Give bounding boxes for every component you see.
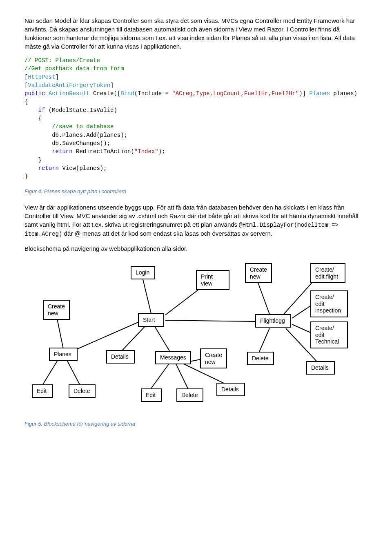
- code-block-create-action: // POST: Planes/Create //Get postback da…: [24, 56, 368, 181]
- node-delete-mid: Delete: [247, 352, 274, 365]
- code-text: (ModelState.IsValid): [45, 107, 117, 114]
- node-details-right: Details: [306, 361, 335, 375]
- svg-line-13: [43, 361, 57, 384]
- code-type: Bind: [120, 90, 134, 97]
- paragraph-1: När sedan Model är klar skapas Controlle…: [24, 16, 368, 51]
- figure-5-caption: Figur 5. Blockschema för navigering av s…: [24, 420, 368, 428]
- code-text: ]: [56, 74, 59, 80]
- node-delete-bottom-mid: Delete: [176, 388, 203, 402]
- code-text: Create([: [90, 90, 121, 97]
- code-text: View(planes);: [59, 165, 107, 172]
- code-text: ]: [110, 82, 114, 89]
- svg-line-12: [57, 319, 63, 349]
- node-create-edit-technical: Create/ edit Technical: [310, 321, 348, 348]
- code-type: Planes: [309, 90, 330, 97]
- paragraph-2-text-b: där @ menas att det är kod som endast sk…: [62, 230, 272, 237]
- svg-line-0: [143, 279, 151, 313]
- figure-4-caption: Figur 4. Planes skapa nytt plan i contro…: [24, 188, 368, 195]
- code-keyword: public: [24, 90, 45, 97]
- node-create-edit-inspection: Create/ edit inspection: [310, 290, 348, 317]
- code-type: ActionResult: [49, 90, 90, 97]
- code-type: ValidateAntiForgeryToken: [28, 82, 110, 89]
- code-text: {: [24, 115, 42, 122]
- code-keyword: if: [24, 107, 45, 114]
- code-text: );: [158, 148, 165, 155]
- node-edit-bottom-left: Edit: [32, 384, 53, 398]
- code-string: "Index": [134, 148, 158, 155]
- node-create-new-mid: Create new: [200, 348, 227, 369]
- code-text: }: [24, 173, 28, 180]
- code-comment: //Get postback data from form: [24, 65, 124, 72]
- node-planes: Planes: [49, 348, 78, 361]
- node-print-view: Print view: [196, 270, 229, 290]
- svg-line-16: [176, 363, 188, 388]
- svg-line-10: [259, 328, 270, 352]
- code-keyword: return: [24, 148, 73, 155]
- node-delete-bottom-left: Delete: [69, 384, 96, 398]
- svg-line-15: [151, 363, 169, 388]
- svg-line-14: [67, 361, 80, 384]
- svg-line-5: [165, 320, 255, 321]
- node-start: Start: [138, 313, 164, 327]
- code-keyword: return: [24, 165, 59, 172]
- node-edit-bottom-mid: Edit: [141, 388, 162, 402]
- node-login: Login: [131, 266, 155, 279]
- navigation-block-diagram: Login Print view Create new Create/ edit…: [24, 261, 359, 416]
- node-create-new-left: Create new: [43, 300, 70, 320]
- svg-line-4: [155, 327, 169, 351]
- code-text: [45, 90, 48, 97]
- node-details-bottom-mid: Details: [216, 383, 245, 396]
- code-type: HttpPost: [28, 74, 55, 80]
- code-text: db.SaveChanges();: [24, 140, 110, 147]
- code-text: )]: [299, 90, 309, 97]
- svg-line-9: [292, 324, 310, 332]
- paragraph-2: View är där applikationens utseende bygg…: [24, 203, 368, 239]
- node-create-edit-flight: Create/ edit flight: [310, 263, 345, 283]
- code-string: "ACreg,Type,LogCount,Fuel1Hr,Fuel2Hr": [172, 90, 299, 97]
- code-text: {: [24, 98, 28, 105]
- code-text: }: [24, 157, 42, 163]
- svg-line-3: [122, 326, 145, 350]
- node-details-mid: Details: [106, 350, 135, 364]
- node-messages: Messages: [155, 351, 191, 364]
- code-text: RedirectToAction(: [73, 148, 134, 155]
- paragraph-3: Blockschema på navigering av webbapplika…: [24, 244, 368, 253]
- node-create-new-top: Create new: [245, 263, 272, 283]
- code-text: (Include =: [134, 90, 172, 97]
- svg-line-6: [257, 281, 270, 314]
- svg-line-8: [292, 306, 310, 318]
- code-text: db.Planes.Add(planes);: [24, 132, 127, 138]
- code-comment: // POST: Planes/Create: [24, 57, 100, 64]
- code-comment: //save to database: [24, 123, 114, 130]
- code-text: planes): [330, 90, 357, 97]
- svg-line-2: [78, 322, 138, 349]
- node-flightlogg: Flightlogg: [255, 314, 291, 328]
